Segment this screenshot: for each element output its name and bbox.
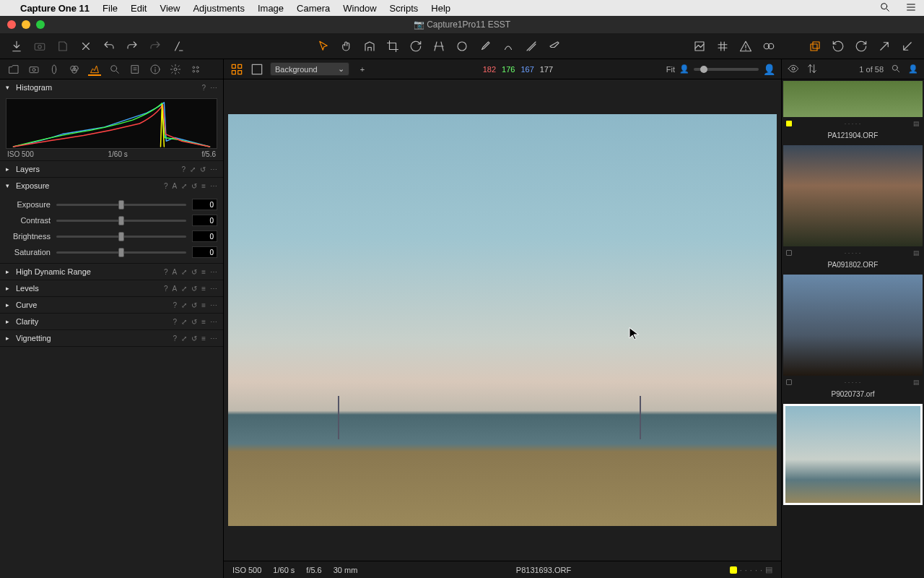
reject-icon[interactable] xyxy=(77,37,95,56)
exposure-slider[interactable]: Exposure 0 xyxy=(0,197,223,212)
tab-color-icon[interactable] xyxy=(68,63,81,76)
tab-search-icon[interactable] xyxy=(108,63,121,76)
tab-exposure-icon[interactable] xyxy=(88,63,101,76)
keystone-tool-icon[interactable] xyxy=(430,37,448,56)
layer-dropdown[interactable]: Background⌄ xyxy=(270,62,349,76)
brightness-slider[interactable]: Brightness 0 xyxy=(0,228,223,244)
thumbnail-item[interactable]: · · · · ·▤ P9020737.orf xyxy=(783,275,923,400)
menu-icon[interactable]: ⋯ xyxy=(210,84,217,92)
slider-value[interactable]: 0 xyxy=(192,230,217,242)
color-tag-icon[interactable] xyxy=(730,566,737,574)
histogram-header[interactable]: ▾ Histogram ?⋯ xyxy=(0,79,223,95)
eraser-tool-icon[interactable] xyxy=(545,37,564,56)
saturation-slider[interactable]: Saturation 0 xyxy=(0,244,223,260)
sort-icon[interactable] xyxy=(806,63,818,76)
tab-library-icon[interactable] xyxy=(7,63,20,76)
variants-icon[interactable] xyxy=(806,37,824,56)
rating-bar[interactable]: ····· ▤ xyxy=(730,565,772,574)
single-view-icon[interactable] xyxy=(250,63,264,76)
help-icon[interactable]: ? xyxy=(164,182,168,190)
app-name[interactable]: Capture One 11 xyxy=(20,3,90,14)
layers-header[interactable]: ▸ Layers ?⤢↺⋯ xyxy=(0,161,223,177)
image-viewer[interactable] xyxy=(224,79,781,561)
thumbnail-item[interactable]: · · · · ·▤ PA121904.ORF xyxy=(783,81,923,141)
import-icon[interactable] xyxy=(7,37,26,56)
search-icon[interactable] xyxy=(879,1,891,15)
loupe-tool-icon[interactable] xyxy=(360,37,379,56)
menu-adjustments[interactable]: Adjustments xyxy=(193,3,245,14)
menu-help[interactable]: Help xyxy=(431,3,450,14)
pan-tool-icon[interactable] xyxy=(337,37,356,56)
color-tag-icon[interactable] xyxy=(786,379,792,385)
reset-icon[interactable]: ↺ xyxy=(191,182,197,190)
warning-icon[interactable] xyxy=(736,37,755,56)
list-icon[interactable]: ▤ xyxy=(913,379,920,386)
brush-tool-icon[interactable] xyxy=(476,37,494,56)
color-tag-icon[interactable] xyxy=(786,250,792,256)
redo2-icon[interactable] xyxy=(146,37,165,56)
person-icon[interactable]: 👤 xyxy=(763,64,775,75)
rotate-right-icon[interactable] xyxy=(852,37,871,56)
list-icon[interactable]: ▤ xyxy=(913,249,920,256)
add-layer-icon[interactable]: + xyxy=(355,63,370,76)
slider-value[interactable]: 0 xyxy=(192,215,217,226)
undo-icon[interactable] xyxy=(100,37,118,56)
menu-view[interactable]: View xyxy=(160,3,180,14)
tab-lens-icon[interactable] xyxy=(48,63,61,76)
spot-tool-icon[interactable] xyxy=(453,37,471,56)
expand-icon[interactable]: ⤢ xyxy=(190,165,196,173)
menu-edit[interactable]: Edit xyxy=(131,3,147,14)
cursor-tool-icon[interactable] xyxy=(314,37,333,56)
rotate-tool-icon[interactable] xyxy=(406,37,425,56)
color-tag-icon[interactable] xyxy=(786,121,792,126)
export-icon[interactable] xyxy=(53,37,72,56)
grid-view-icon[interactable] xyxy=(230,63,244,76)
slider-value[interactable]: 0 xyxy=(192,246,217,258)
hdr-header[interactable]: ▸High Dynamic Range?A⤢↺≡⋯ xyxy=(0,264,223,280)
redo-icon[interactable] xyxy=(123,37,141,56)
person-icon[interactable]: 👤 xyxy=(908,64,918,74)
contrast-slider[interactable]: Contrast 0 xyxy=(0,212,223,228)
list-icon[interactable] xyxy=(905,1,917,15)
expand-icon[interactable]: ⤢ xyxy=(181,182,187,190)
menu-file[interactable]: File xyxy=(103,3,118,14)
arrow-down-icon[interactable] xyxy=(898,37,917,56)
help-icon[interactable]: ? xyxy=(201,84,206,92)
close-button[interactable] xyxy=(7,20,16,29)
gradient-tool-icon[interactable] xyxy=(522,37,541,56)
help-icon[interactable]: ? xyxy=(181,165,186,173)
menu-camera[interactable]: Camera xyxy=(297,3,330,14)
tab-info-icon[interactable] xyxy=(149,63,162,76)
minimize-button[interactable] xyxy=(22,20,30,29)
capture-icon[interactable] xyxy=(30,37,49,56)
thumbnail-item-selected[interactable] xyxy=(783,404,923,505)
arrow-up-icon[interactable] xyxy=(875,37,894,56)
list-icon[interactable]: ▤ xyxy=(765,565,772,574)
zoom-slider[interactable] xyxy=(694,68,759,71)
tab-metadata-icon[interactable] xyxy=(128,63,141,76)
auto-adjust-icon[interactable] xyxy=(169,37,188,56)
slider-value[interactable]: 0 xyxy=(192,199,217,210)
overlay-icon[interactable] xyxy=(690,37,709,56)
clarity-header[interactable]: ▸Clarity?⤢↺≡⋯ xyxy=(0,314,223,329)
curve-header[interactable]: ▸Curve?⤢↺≡⋯ xyxy=(0,297,223,313)
menu-window[interactable]: Window xyxy=(343,3,376,14)
rotate-left-icon[interactable] xyxy=(829,37,847,56)
reset-icon[interactable]: ↺ xyxy=(200,165,206,173)
vignetting-header[interactable]: ▸Vignetting?⤢↺≡⋯ xyxy=(0,330,223,346)
search-icon[interactable] xyxy=(891,64,901,75)
tab-adjustments-icon[interactable] xyxy=(189,63,202,76)
menu-image[interactable]: Image xyxy=(258,3,284,14)
auto-icon[interactable]: A xyxy=(172,182,177,190)
heal-tool-icon[interactable] xyxy=(499,37,518,56)
fullscreen-button[interactable] xyxy=(36,20,45,29)
menu-icon[interactable]: ⋯ xyxy=(210,182,217,190)
eye-icon[interactable] xyxy=(788,63,799,76)
crop-tool-icon[interactable] xyxy=(383,37,402,56)
thumbnail-item[interactable]: · · · · ·▤ PA091802.ORF xyxy=(783,145,923,270)
list-icon[interactable]: ▤ xyxy=(913,120,920,127)
tab-capture-icon[interactable] xyxy=(27,63,40,76)
tab-settings-icon[interactable] xyxy=(169,63,182,76)
levels-header[interactable]: ▸Levels?A⤢↺≡⋯ xyxy=(0,280,223,296)
menu-icon[interactable]: ⋯ xyxy=(210,165,217,173)
